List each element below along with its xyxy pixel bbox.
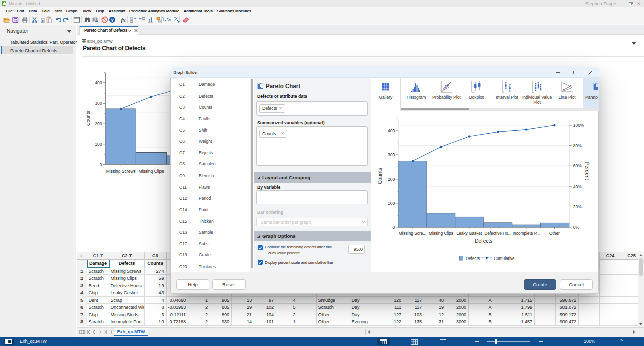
svg-text:Missing Clips: Missing Clips <box>429 231 453 236</box>
svg-text:100: 100 <box>388 201 395 206</box>
svg-text:Defects: Defects <box>466 256 480 261</box>
svg-text:?: ? <box>111 17 114 23</box>
svg-text:Missing Clips: Missing Clips <box>138 169 164 174</box>
svg-text:Incomplete P...: Incomplete P... <box>513 231 540 236</box>
svg-text:Cumulative: Cumulative <box>494 256 515 261</box>
svg-text:0: 0 <box>100 162 102 167</box>
svg-text:400: 400 <box>388 128 395 133</box>
svg-text:Other: Other <box>549 231 560 236</box>
svg-text:Leaky Gasket: Leaky Gasket <box>457 231 482 236</box>
svg-text:Defects: Defects <box>475 238 492 244</box>
svg-text:200: 200 <box>388 177 395 182</box>
svg-text:Percent: Percent <box>584 162 590 180</box>
svg-text:40%: 40% <box>573 184 582 189</box>
svg-text:300: 300 <box>388 152 395 157</box>
svg-text:0: 0 <box>392 225 395 230</box>
svg-text:300: 300 <box>95 101 102 106</box>
svg-text:20%: 20% <box>573 204 582 209</box>
svg-text:Missing Scre...: Missing Scre... <box>399 231 426 236</box>
svg-text:Missing Screws: Missing Screws <box>106 169 136 174</box>
svg-text:Counts: Counts <box>85 111 91 126</box>
svg-text:100%: 100% <box>573 123 584 128</box>
svg-text:200: 200 <box>95 121 102 126</box>
svg-text:100: 100 <box>95 142 102 147</box>
svg-text:Defective Ho...: Defective Ho... <box>484 231 511 236</box>
svg-text:fx: fx <box>121 17 126 23</box>
svg-text:0%: 0% <box>573 225 580 230</box>
svg-text:80%: 80% <box>573 143 582 148</box>
svg-text:400: 400 <box>95 80 102 85</box>
svg-text:Counts: Counts <box>377 168 383 184</box>
svg-text:60%: 60% <box>573 163 582 168</box>
